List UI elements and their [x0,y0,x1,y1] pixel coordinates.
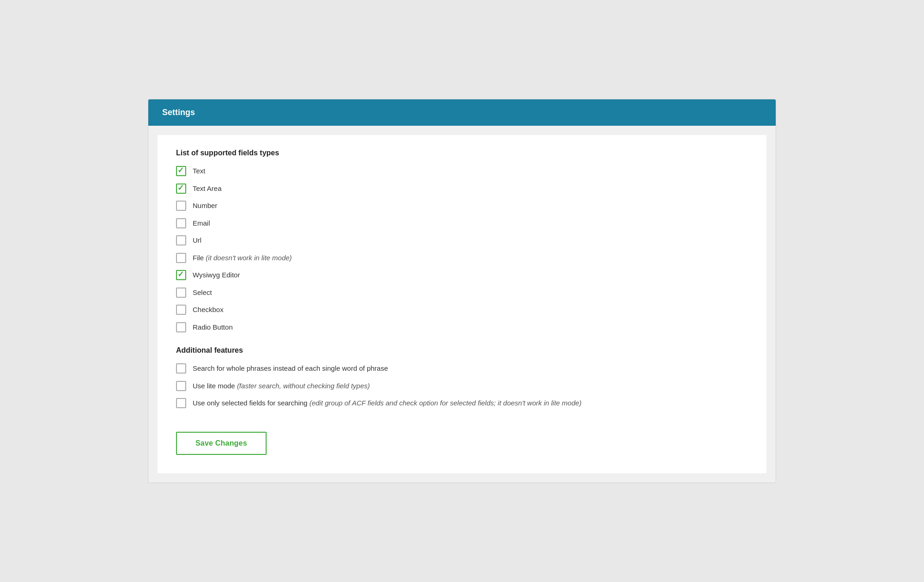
settings-header: Settings [148,99,776,126]
label-file[interactable]: File (it doesn't work in lite mode) [193,252,292,263]
checkbox-text[interactable] [176,166,186,176]
list-item: Email [176,218,748,229]
list-item: Number [176,200,748,211]
list-item: Select [176,287,748,298]
list-item: Use lite mode (faster search, without ch… [176,380,748,392]
list-item: Search for whole phrases instead of each… [176,363,748,374]
label-number[interactable]: Number [193,200,217,211]
checkbox-textarea[interactable] [176,184,186,194]
checkbox-wysiwyg[interactable] [176,270,186,280]
label-select[interactable]: Select [193,287,212,298]
label-whole-phrase[interactable]: Search for whole phrases instead of each… [193,363,388,374]
list-item: Checkbox [176,304,748,315]
field-types-section: List of supported fields types Text Text… [176,149,748,332]
list-item: Text [176,165,748,177]
page-title: Settings [162,108,762,117]
additional-features-title: Additional features [176,346,748,355]
label-lite-mode[interactable]: Use lite mode (faster search, without ch… [193,380,370,392]
field-types-title: List of supported fields types [176,149,748,157]
checkbox-selected-fields[interactable] [176,398,186,408]
checkbox-file[interactable] [176,253,186,263]
label-selected-fields[interactable]: Use only selected fields for searching (… [193,398,582,409]
field-types-list: Text Text Area Number Email Url [176,165,748,332]
settings-body: List of supported fields types Text Text… [158,135,766,473]
label-radio[interactable]: Radio Button [193,322,233,333]
checkbox-whole-phrase[interactable] [176,363,186,374]
checkbox-email[interactable] [176,218,186,228]
list-item: Radio Button [176,322,748,333]
list-item: Use only selected fields for searching (… [176,398,748,409]
list-item: Url [176,235,748,246]
label-wysiwyg[interactable]: Wysiwyg Editor [193,270,240,281]
additional-features-list: Search for whole phrases instead of each… [176,363,748,409]
label-checkbox[interactable]: Checkbox [193,304,224,315]
page-wrapper: Settings List of supported fields types … [148,99,776,483]
label-url[interactable]: Url [193,235,201,246]
checkbox-select[interactable] [176,288,186,298]
label-text[interactable]: Text [193,165,206,177]
additional-features-section: Additional features Search for whole phr… [176,346,748,409]
label-email[interactable]: Email [193,218,210,229]
checkbox-number[interactable] [176,201,186,211]
checkbox-url[interactable] [176,235,186,245]
save-changes-button[interactable]: Save Changes [176,432,267,455]
checkbox-lite-mode[interactable] [176,381,186,391]
list-item: Text Area [176,183,748,194]
list-item: File (it doesn't work in lite mode) [176,252,748,263]
checkbox-radio[interactable] [176,322,186,332]
list-item: Wysiwyg Editor [176,270,748,281]
checkbox-checkbox[interactable] [176,305,186,315]
label-textarea[interactable]: Text Area [193,183,222,194]
